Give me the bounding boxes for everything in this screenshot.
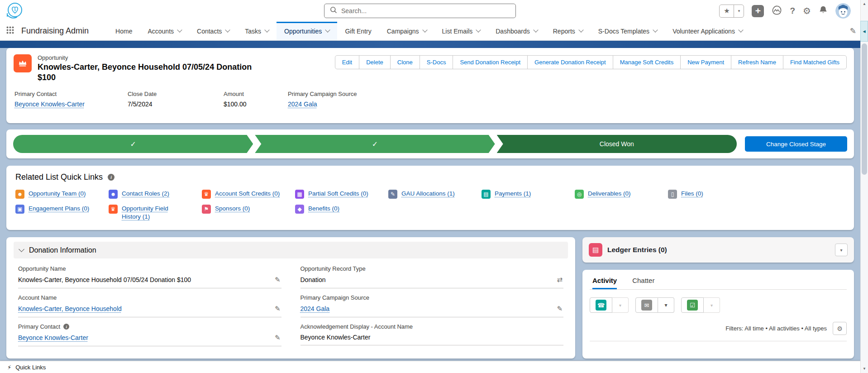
chevron-down-icon — [264, 27, 269, 32]
opportunity-crown-icon — [14, 54, 32, 72]
tab-reports[interactable]: Reports — [545, 22, 591, 40]
record-header-card: Opportunity Knowles-Carter, Beyonce Hous… — [6, 48, 854, 123]
vertical-scrollbar[interactable]: ▲ ▼ — [860, 0, 868, 373]
tab-dashboards[interactable]: Dashboards — [488, 22, 545, 40]
help-button[interactable]: ? — [790, 6, 795, 16]
clone-button[interactable]: Clone — [390, 55, 420, 69]
related-link-partial-soft-credits[interactable]: ▦ Partial Soft Credits (0) — [295, 190, 388, 199]
benefits-icon: ◆ — [295, 205, 304, 214]
user-avatar[interactable] — [835, 3, 851, 19]
fundraising-logo-icon: $ — [5, 0, 25, 23]
edit-pencil-icon[interactable]: ✎ — [275, 334, 281, 342]
activity-settings-gear-button[interactable]: ⚙ — [833, 322, 847, 335]
log-a-call-group: ☎ ▾ — [590, 297, 629, 313]
ledger-entries-card: ▤ Ledger Entries (0) ▾ — [582, 237, 854, 263]
related-link-account-soft-credits[interactable]: ♛ Account Soft Credits (0) — [202, 190, 295, 199]
refresh-name-button[interactable]: Refresh Name — [731, 55, 783, 69]
tab-volunteer-applications[interactable]: Volunteer Applications — [665, 22, 750, 40]
related-link-deliverables[interactable]: ◎ Deliverables (0) — [575, 190, 668, 199]
manage-soft-credits-button[interactable]: Manage Soft Credits — [613, 55, 681, 69]
related-link-contact-roles[interactable]: ☻ Contact Roles (2) — [109, 190, 202, 199]
edit-button[interactable]: Edit — [335, 55, 359, 69]
quick-links-utility-button[interactable]: Quick Links — [15, 364, 46, 371]
email-dropdown[interactable]: ▾ — [658, 297, 674, 313]
opportunity-team-icon: ☻ — [15, 190, 24, 199]
global-header: $ ★ ▾ + ? ⚙ — [0, 0, 868, 22]
account-name-link[interactable]: Knowles-Carter, Beyonce Household — [18, 305, 122, 312]
tab-gift-entry[interactable]: Gift Entry — [337, 22, 379, 40]
related-link-engagement-plans[interactable]: ▣ Engagement Plans (0) — [15, 205, 109, 221]
related-link-gau-allocations[interactable]: ✎ GAU Allocations (1) — [388, 190, 482, 199]
donation-information-section-header[interactable]: Donation Information — [14, 242, 568, 258]
chevron-down-icon — [476, 27, 481, 32]
field-primary-campaign-source-detail: Primary Campaign Source 2024 Gala ✎ — [300, 288, 564, 317]
send-donation-receipt-button[interactable]: Send Donation Receipt — [453, 55, 528, 69]
chevron-down-icon — [177, 27, 182, 32]
tab-home[interactable]: Home — [108, 22, 140, 40]
change-closed-stage-button[interactable]: Change Closed Stage — [745, 136, 847, 152]
tab-chatter[interactable]: Chatter — [632, 277, 654, 289]
activity-filters-text: Filters: All time • All activities • All… — [725, 325, 827, 332]
favorites-star-button[interactable]: ★ — [720, 5, 734, 17]
s-docs-button[interactable]: S-Docs — [420, 55, 453, 69]
related-link-payments[interactable]: ▤ Payments (1) — [482, 190, 575, 199]
related-link-sponsors[interactable]: ⚑ Sponsors (0) — [202, 205, 295, 221]
tab-opportunities[interactable]: Opportunities — [277, 22, 337, 40]
notifications-bell-button[interactable] — [819, 5, 828, 16]
chevron-down-icon — [422, 27, 427, 32]
campaign-source-link[interactable]: 2024 Gala — [300, 305, 330, 312]
tab-accounts[interactable]: Accounts — [140, 22, 189, 40]
related-link-files[interactable]: ▯ Files (0) — [668, 190, 761, 199]
info-icon[interactable]: i — [108, 174, 114, 181]
tab-s-docs-templates[interactable]: S-Docs Templates — [591, 22, 665, 40]
header-utility-icons: ★ ▾ + ? ⚙ — [719, 3, 851, 19]
quick-links-title: Related List Quick Links — [15, 172, 103, 182]
favorites-dropdown-button[interactable]: ▾ — [734, 5, 744, 17]
scroll-up-arrow[interactable]: ▲ — [861, 2, 868, 6]
path-stage-2[interactable]: ✓ — [255, 135, 495, 153]
path-stage-1[interactable]: ✓ — [13, 135, 253, 153]
info-icon[interactable]: i — [63, 324, 69, 330]
field-acknowledgement-display: Acknowledgement Display - Account Name B… — [300, 317, 564, 346]
global-search[interactable] — [324, 4, 516, 18]
side-panel-toggle-button[interactable]: ◀ — [860, 21, 868, 42]
svg-text:$: $ — [14, 8, 16, 12]
tab-contacts[interactable]: Contacts — [189, 22, 237, 40]
path-stage-closed-won[interactable]: Closed Won — [497, 135, 737, 153]
scrollbar-thumb[interactable] — [862, 43, 867, 175]
new-payment-button[interactable]: New Payment — [680, 55, 731, 69]
primary-contact-link[interactable]: Beyonce Knowles-Carter — [14, 100, 85, 108]
tab-activity[interactable]: Activity — [592, 277, 617, 289]
related-link-opportunity-team[interactable]: ☻ Opportunity Team (0) — [15, 190, 109, 199]
related-link-benefits[interactable]: ◆ Benefits (0) — [295, 205, 388, 221]
tab-list-emails[interactable]: List Emails — [434, 22, 488, 40]
log-a-call-button[interactable]: ☎ — [590, 297, 612, 313]
new-task-button[interactable]: ☑ — [681, 297, 704, 313]
scroll-down-arrow[interactable]: ▼ — [861, 367, 868, 371]
ledger-dropdown-button[interactable]: ▾ — [835, 244, 848, 256]
edit-nav-pencil-icon[interactable]: ✎ — [850, 26, 856, 36]
global-actions-button[interactable]: + — [752, 5, 764, 17]
find-matched-gifts-button[interactable]: Find Matched Gifts — [783, 55, 847, 69]
activity-composer-buttons: ☎ ▾ ✉ ▾ ☑ ▾ — [590, 297, 847, 313]
search-input[interactable] — [341, 7, 510, 14]
setup-gear-button[interactable]: ⚙ — [803, 5, 811, 16]
edit-pencil-icon[interactable]: ✎ — [275, 276, 281, 284]
campaign-source-link[interactable]: 2024 Gala — [288, 100, 317, 108]
related-link-opportunity-field-history[interactable]: ♛ Opportunity Field History (1) — [109, 205, 202, 221]
edit-pencil-icon[interactable]: ✎ — [557, 305, 563, 313]
guidance-center-button[interactable] — [772, 5, 782, 17]
chevron-down-icon — [738, 27, 743, 32]
delete-button[interactable]: Delete — [359, 55, 391, 69]
email-button[interactable]: ✉ — [635, 297, 658, 313]
tab-campaigns[interactable]: Campaigns — [379, 22, 434, 40]
app-launcher-icon[interactable] — [6, 26, 14, 36]
generate-donation-receipt-button[interactable]: Generate Donation Receipt — [527, 55, 613, 69]
tab-tasks[interactable]: Tasks — [237, 22, 277, 40]
ledger-entries-icon: ▤ — [589, 243, 602, 257]
search-icon — [330, 6, 337, 15]
change-record-type-icon[interactable]: ⇄ — [557, 276, 563, 284]
edit-pencil-icon[interactable]: ✎ — [275, 305, 281, 313]
primary-contact-link[interactable]: Beyonce Knowles-Carter — [18, 334, 88, 341]
field-opportunity-name: Opportunity Name Knowles-Carter, Beyonce… — [18, 259, 281, 288]
